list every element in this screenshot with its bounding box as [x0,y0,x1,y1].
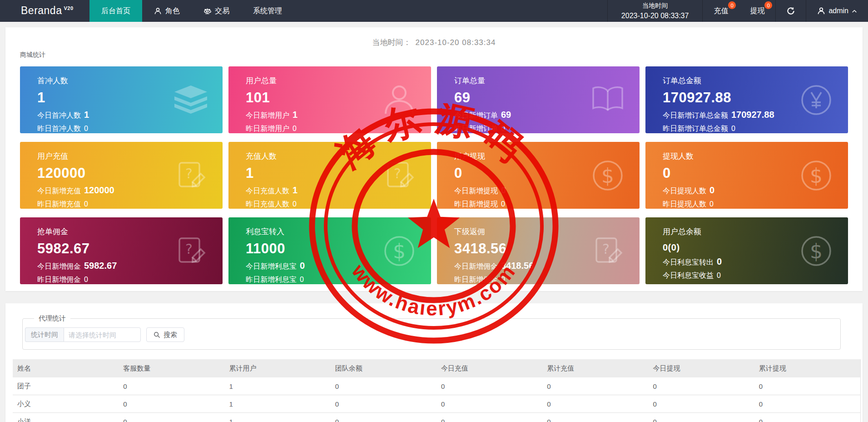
table-cell: 0 [436,395,542,412]
layers-icon [171,80,211,120]
recharge-button[interactable]: 充值 0 [703,0,739,22]
refresh-icon [787,7,795,15]
doc-edit-icon [171,156,211,196]
table-cell: 0 [119,377,224,395]
stat-card-10: 利息宝转入 11000 今日新增利息宝0 昨日新增利息宝0 [228,217,431,284]
stat-card-today-line: 今日提现人数0 [663,185,794,196]
stat-card-today-line: 今日新增充值120000 [37,185,168,196]
stat-card-3: 订单总量 69 今日新增订单69 昨日新增订单0 [437,66,640,133]
chevron-up-icon [852,9,857,13]
table-cell: 0 [542,413,648,422]
stat-card-value: 11000 [246,241,377,257]
table-header-cell: 今日提现 [649,359,754,377]
stat-card-yesterday-line: 昨日首冲人数0 [37,124,168,133]
table-cell: 0 [754,395,860,412]
stat-card-today-line: 今日新增佣金3418.56 [454,261,585,271]
user-icon [379,80,419,120]
table-cell: 0 [649,395,754,412]
stat-card-4: 订单总金额 170927.88 今日新增订单总金额170927.88 昨日新增订… [645,66,848,133]
tab-system[interactable]: 系统管理 [241,0,294,22]
table-cell: 0 [331,413,436,422]
table-cell: 0 [542,395,648,412]
stat-card-7: 用户提现 0 今日新增提现0 昨日新增提现0 [437,142,640,209]
nav-tabs: 后台首页 角色 交易 系统管理 [89,0,294,22]
stat-card-yesterday-line: 昨日新增用户0 [246,124,377,133]
table-header-cell: 团队余额 [331,359,436,377]
table-body: 团子0100000小义0100000小洋0100000 [13,377,860,422]
table-cell: 1 [225,413,331,422]
doc-edit-icon [171,231,211,271]
stat-card-value: 1 [37,90,168,106]
table-row: 团子0100000 [13,377,860,395]
stats-panel: 当地时间：2023-10-20 08:33:34 商城统计 首冲人数 1 今日首… [5,27,863,291]
stat-card-1: 首冲人数 1 今日首冲人数1 昨日首冲人数0 [20,66,223,133]
recharge-badge: 0 [728,1,736,9]
table-header-cell: 累计充值 [542,359,648,377]
app-logo-version: V20 [64,5,73,11]
stat-card-value: 5982.67 [37,241,168,257]
tab-roles[interactable]: 角色 [142,0,192,22]
table-cell: 0 [436,377,542,395]
stat-card-11: 下级返佣 3418.56 今日新增佣金3418.56 昨日新增佣金0 [437,217,640,284]
filter-row: 统计时间 搜索 [25,327,840,342]
agent-stats-fieldset: 代理统计 统计时间 搜索 [22,314,841,350]
tab-transactions[interactable]: 交易 [192,0,241,22]
table-cell: 0 [436,413,542,422]
yen-icon [796,80,836,120]
app-logo-text: Beranda [21,5,62,17]
stat-card-title: 用户总余额 [663,226,794,237]
stat-card-title: 用户提现 [454,151,585,161]
withdraw-button[interactable]: 提现 0 [739,0,775,22]
table-header-cell: 今日充值 [436,359,542,377]
table-cell: 0 [754,377,860,395]
agent-stats-panel: 代理统计 统计时间 搜索 姓名客服数量累计用户团队余额今日充值累计充值今日提现累… [5,303,863,422]
local-time-line-value: 2023-10-20 08:33:34 [416,38,496,47]
stats-time-input[interactable] [64,327,141,342]
tab-dashboard[interactable]: 后台首页 [89,0,142,22]
search-icon [154,332,160,338]
table-header-cell: 客服数量 [119,359,224,377]
scales-icon [203,7,211,15]
navbar-right: 当地时间 2023-10-20 08:33:37 充值 0 提现 0 admin [607,0,868,22]
stat-card-value: 0(0) [663,242,794,253]
table-row: 小洋0100000 [13,413,860,422]
stat-card-5: 用户充值 120000 今日新增充值120000 昨日新增充值0 [20,142,223,209]
stat-card-title: 提现人数 [663,151,794,161]
stat-card-value: 101 [246,90,377,106]
stat-card-today-line: 今日新增佣金5982.67 [37,261,168,271]
stat-card-today-line: 今日新增提现0 [454,185,585,196]
stat-card-today-line: 今日新增用户1 [246,110,377,121]
stat-card-title: 首冲人数 [37,75,168,86]
stat-card-title: 下级返佣 [454,226,585,237]
table-header-row: 姓名客服数量累计用户团队余额今日充值累计充值今日提现累计提现 [13,359,860,377]
stat-card-6: 充值人数 1 今日充值人数1 昨日充值人数0 [228,142,431,209]
stat-card-value: 0 [454,165,585,181]
search-button[interactable]: 搜索 [146,327,184,342]
table-header-cell: 姓名 [13,359,119,377]
dollar-icon [588,156,628,196]
user-icon [154,7,162,15]
username: admin [828,7,848,15]
refresh-button[interactable] [776,0,806,22]
local-time-line-label: 当地时间： [372,38,411,47]
table-cell: 0 [754,413,860,422]
app-logo: Beranda V20 [0,0,89,22]
table-cell: 0 [119,413,224,422]
user-menu[interactable]: admin [806,0,868,22]
stat-card-today-line: 今日首冲人数1 [37,110,168,121]
stat-card-title: 订单总量 [454,75,585,86]
stat-card-today-line: 今日新增订单总金额170927.88 [663,110,794,121]
table-cell: 1 [225,377,331,395]
stat-card-yesterday-line: 昨日新增提现0 [454,200,585,209]
stats-time-label: 统计时间 [25,327,64,342]
local-time-value: 2023-10-20 08:33:37 [621,10,689,21]
stat-card-8: 提现人数 0 今日提现人数0 昨日提现人数0 [645,142,848,209]
stat-card-value: 3418.56 [454,241,585,257]
table-cell: 0 [331,395,436,412]
agent-table: 姓名客服数量累计用户团队余额今日充值累计充值今日提现累计提现 团子0100000… [13,359,861,422]
stat-card-value: 120000 [37,165,168,181]
doc-edit-icon [379,156,419,196]
table-cell: 团子 [13,377,119,395]
table-header-cell: 累计用户 [225,359,331,377]
book-icon [588,80,628,120]
